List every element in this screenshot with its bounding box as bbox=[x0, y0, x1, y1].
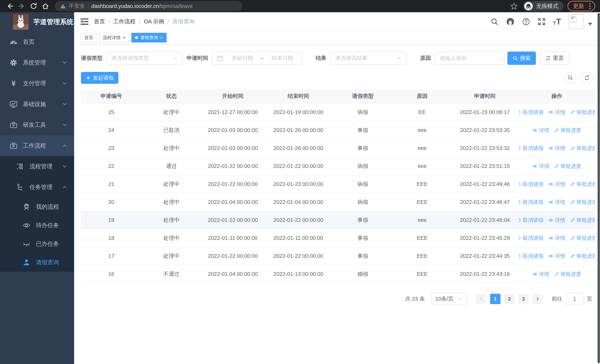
sidebar-item-infrastructure[interactable]: 基础设施 bbox=[0, 94, 74, 114]
cell-actions: 详情 审批进度 bbox=[519, 271, 595, 278]
page-scrollbar[interactable] bbox=[598, 13, 600, 363]
breadcrumb-item[interactable]: OA 示例 bbox=[144, 18, 164, 25]
cancel-leave-link[interactable]: 取消请假 bbox=[519, 109, 544, 116]
update-button[interactable]: 更新 bbox=[573, 2, 584, 10]
detail-link[interactable]: 详情 bbox=[548, 145, 565, 152]
sidebar-item-leave-query[interactable]: 请假查询 bbox=[0, 253, 74, 272]
browser-forward-button[interactable] bbox=[17, 1, 27, 11]
filter-bar: 请假类型 请选择请假类型 申请时间 开始日期 - 结束日期 结果 bbox=[81, 52, 595, 65]
page-button-3[interactable]: 3 bbox=[518, 294, 529, 304]
result-select[interactable]: 请选择流结果 bbox=[330, 52, 406, 65]
cancel-leave-link[interactable]: 取消请假 bbox=[519, 199, 544, 206]
refresh-table-button[interactable] bbox=[581, 72, 593, 84]
help-button[interactable] bbox=[522, 18, 530, 26]
breadcrumb-item[interactable]: 首页 bbox=[94, 18, 105, 25]
browser-chrome: 不安全 dashboard.yudao.iocoder.cn/bpm/oa/le… bbox=[0, 0, 600, 12]
sidebar-item-home[interactable]: 首页 bbox=[0, 31, 74, 52]
forward-arrow-icon bbox=[18, 2, 26, 10]
fullscreen-button[interactable] bbox=[538, 18, 546, 26]
github-link-button[interactable] bbox=[506, 18, 515, 26]
browser-home-button[interactable] bbox=[40, 1, 50, 11]
header-search-button[interactable] bbox=[490, 18, 499, 26]
approval-progress-link[interactable]: 审批进度 bbox=[554, 271, 581, 278]
app-logo[interactable]: 芋道管理系统 bbox=[0, 12, 74, 31]
sidebar-item-dev-tools[interactable]: 研发工具 bbox=[0, 114, 74, 135]
sidebar-item-system[interactable]: 系统管理 bbox=[0, 52, 74, 73]
cell-end-time: 2022-01-13 00:00:00 bbox=[264, 271, 332, 277]
create-leave-button[interactable]: 发起请假 bbox=[81, 72, 118, 84]
font-size-button[interactable]: TT bbox=[553, 18, 561, 26]
tab-process-detail[interactable]: 流程详情 × bbox=[99, 33, 129, 42]
cancel-leave-link[interactable]: 取消请假 bbox=[519, 145, 544, 152]
cell-actions: 取消请假 详情 审批进度 bbox=[519, 199, 595, 206]
browser-reload-button[interactable] bbox=[28, 1, 38, 11]
table-row: 18 处理中 2022-01-11 00:00:00 2022-01-11 00… bbox=[81, 229, 595, 247]
approval-progress-link[interactable]: 审批进度 bbox=[554, 163, 581, 170]
detail-link[interactable]: 详情 bbox=[548, 217, 565, 224]
sidebar-item-label: 待办任务 bbox=[36, 222, 59, 229]
reason-input[interactable] bbox=[435, 52, 504, 65]
approval-progress-link[interactable]: 审批进度 bbox=[570, 181, 595, 188]
sidebar-item-done-tasks[interactable]: 已办任务 bbox=[0, 235, 74, 253]
app-title: 芋道管理系统 bbox=[33, 18, 73, 27]
cell-status: 处理中 bbox=[141, 109, 201, 116]
sidebar-item-process-management[interactable]: 流程管理 bbox=[0, 156, 74, 177]
next-page-button[interactable] bbox=[532, 294, 543, 304]
sidebar-toggle-button[interactable] bbox=[81, 18, 88, 25]
apply-time-range-picker[interactable]: 开始日期 - 结束日期 bbox=[212, 52, 301, 65]
approval-progress-link[interactable]: 审批进度 bbox=[570, 217, 595, 224]
breadcrumb-item[interactable]: 工作流程 bbox=[113, 18, 135, 25]
approval-progress-link[interactable]: 审批进度 bbox=[570, 253, 595, 260]
show-search-toggle-button[interactable] bbox=[564, 72, 576, 84]
avatar-dropdown-caret[interactable] bbox=[588, 23, 592, 25]
bookmark-star-button[interactable] bbox=[510, 2, 518, 10]
cancel-leave-link[interactable]: 取消请假 bbox=[519, 217, 544, 224]
detail-link[interactable]: 详情 bbox=[532, 127, 549, 134]
prev-page-button[interactable] bbox=[476, 294, 487, 304]
avatar[interactable] bbox=[569, 14, 583, 29]
tab-leave-query[interactable]: 请假查询 × bbox=[131, 33, 167, 42]
detail-link[interactable]: 详情 bbox=[548, 199, 565, 206]
approval-progress-link[interactable]: 审批进度 bbox=[554, 127, 581, 134]
goto-page-input[interactable] bbox=[566, 293, 583, 305]
cancel-leave-link[interactable]: 取消请假 bbox=[519, 253, 544, 260]
trash-icon bbox=[519, 146, 521, 151]
sidebar-item-label: 研发工具 bbox=[23, 121, 46, 129]
sidebar-item-todo-tasks[interactable]: 待办任务 bbox=[0, 216, 74, 235]
address-bar[interactable]: 不安全 dashboard.yudao.iocoder.cn/bpm/oa/le… bbox=[55, 1, 242, 11]
page-size-select[interactable]: 10条/页 bbox=[431, 293, 466, 305]
sidebar-item-task-management[interactable]: 任务管理 bbox=[0, 177, 74, 197]
cell-apply-time: 2022-01-22 23:49:46 bbox=[451, 181, 519, 187]
search-icon bbox=[513, 56, 518, 61]
detail-link[interactable]: 详情 bbox=[548, 181, 565, 188]
browser-menu-button[interactable] bbox=[588, 3, 592, 9]
pencil-icon bbox=[570, 110, 575, 115]
page-button-2[interactable]: 2 bbox=[504, 294, 515, 304]
approval-progress-link[interactable]: 审批进度 bbox=[570, 199, 595, 206]
sidebar-item-my-process[interactable]: 我的流程 bbox=[0, 197, 74, 216]
browser-back-button[interactable] bbox=[5, 1, 15, 11]
detail-link[interactable]: 详情 bbox=[548, 253, 565, 260]
pencil-icon bbox=[570, 218, 575, 223]
cancel-leave-link[interactable]: 取消请假 bbox=[519, 181, 544, 188]
reset-button[interactable]: 重置 bbox=[540, 52, 569, 65]
search-button[interactable]: 搜索 bbox=[507, 52, 536, 65]
pencil-icon bbox=[570, 236, 575, 241]
sidebar-item-workflow[interactable]: 工作流程 bbox=[0, 135, 74, 156]
detail-link[interactable]: 详情 bbox=[548, 109, 565, 116]
detail-link[interactable]: 详情 bbox=[532, 163, 549, 170]
broken-image-icon bbox=[570, 15, 577, 23]
close-icon[interactable]: × bbox=[160, 35, 163, 40]
approval-progress-link[interactable]: 审批进度 bbox=[570, 235, 595, 242]
detail-link[interactable]: 详情 bbox=[548, 235, 565, 242]
detail-link[interactable]: 详情 bbox=[532, 271, 549, 278]
close-icon[interactable]: × bbox=[123, 35, 125, 40]
approval-progress-link[interactable]: 审批进度 bbox=[570, 109, 595, 116]
cancel-leave-link[interactable]: 取消请假 bbox=[519, 235, 544, 242]
page-button-1[interactable]: 1 bbox=[490, 294, 500, 304]
trash-icon bbox=[519, 182, 521, 187]
approval-progress-link[interactable]: 审批进度 bbox=[570, 145, 595, 152]
tab-home[interactable]: 首页 bbox=[81, 33, 97, 42]
sidebar-item-payment[interactable]: ¥ 支付管理 bbox=[0, 73, 74, 94]
leave-type-select[interactable]: 请选择请假类型 bbox=[107, 52, 183, 65]
